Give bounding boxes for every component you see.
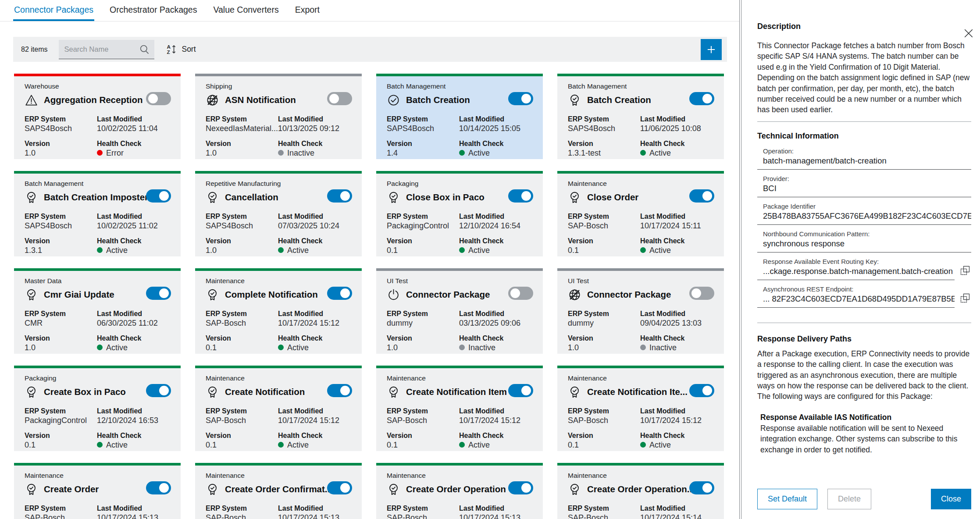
copy-icon[interactable]	[960, 265, 970, 276]
toggle-knob	[340, 288, 350, 298]
tech-field-main: Provider:BCI	[757, 175, 971, 197]
scrollbar[interactable]	[739, 0, 741, 519]
enable-toggle[interactable]	[689, 384, 714, 397]
sort-button[interactable]: A Z Sort	[166, 43, 196, 55]
enable-toggle[interactable]	[508, 92, 533, 105]
toggle-knob	[702, 191, 712, 201]
package-card-create-notification-ite[interactable]: MaintenanceCreate Notification Ite...ERP…	[557, 366, 724, 451]
package-card-cancellation[interactable]: Repetitive ManufacturingCancellationERP …	[195, 171, 362, 256]
enable-toggle[interactable]	[327, 481, 352, 494]
version-label: Version	[25, 334, 97, 342]
package-card-create-notification-item[interactable]: MaintenanceCreate Notification ItemERP S…	[376, 366, 543, 451]
health-status-dot	[278, 345, 284, 350]
enable-toggle[interactable]	[689, 481, 714, 494]
certificate-icon	[25, 191, 38, 204]
version-value: 1.0	[25, 149, 97, 158]
last-modified-label: Last Modified	[640, 115, 713, 123]
set-default-button[interactable]: Set Default	[757, 489, 817, 509]
package-card-aggregation-reception[interactable]: WarehouseAggregation ReceptionERP System…	[14, 74, 181, 159]
last-modified-value: 10/17/2024 15:12	[278, 319, 351, 328]
enable-toggle[interactable]	[689, 189, 714, 203]
package-card-batch-creation[interactable]: Batch ManagementBatch CreationERP System…	[376, 74, 543, 159]
panel-title: Description	[757, 22, 971, 31]
package-card-create-box-in-paco[interactable]: PackagingCreate Box in PacoERP SystemPac…	[14, 366, 181, 451]
tab-export[interactable]: Export	[294, 0, 321, 21]
enable-toggle[interactable]	[146, 189, 171, 203]
tab-value-converters[interactable]: Value Converters	[212, 0, 279, 21]
package-card-create-order-operation[interactable]: MaintenanceCreate Order Operation...ERP …	[557, 463, 724, 519]
toggle-knob	[521, 386, 531, 395]
enable-toggle[interactable]	[327, 189, 352, 203]
tech-field-provider: Provider:BCI	[757, 175, 971, 197]
last-modified-value: 10/17/2024 15:11	[640, 221, 713, 231]
search-input[interactable]	[59, 45, 138, 53]
card-info: ERP SystemdummyVersion1.0Last Modified03…	[387, 309, 532, 352]
last-modified-value: 12/10/2024 16:53	[97, 416, 170, 425]
card-title: Create Notification Ite...	[587, 387, 688, 397]
health-check-label: Health Check	[640, 139, 713, 148]
card-title: Close Order	[587, 192, 638, 203]
enable-toggle[interactable]	[146, 481, 171, 494]
card-title: Cmr Giai Update	[44, 289, 114, 300]
enable-toggle[interactable]	[327, 92, 352, 105]
tab-connector-packages[interactable]: Connector Packages	[13, 0, 94, 21]
delete-button[interactable]: Delete	[827, 489, 871, 509]
package-card-complete-notification[interactable]: MaintenanceComplete NotificationERP Syst…	[195, 268, 362, 354]
enable-toggle[interactable]	[508, 287, 533, 300]
toolbar: 82 items A Z Sort	[13, 37, 727, 62]
package-card-close-box-in-paco[interactable]: PackagingClose Box in PacoERP SystemPack…	[376, 171, 543, 256]
enable-toggle[interactable]	[508, 189, 533, 203]
package-card-create-order[interactable]: MaintenanceCreate OrderERP SystemSAP-Bos…	[14, 463, 181, 519]
package-card-close-order[interactable]: MaintenanceClose OrderERP SystemSAP-Bosc…	[557, 171, 724, 256]
card-category: Warehouse	[25, 82, 170, 90]
package-card-create-order-confirmat[interactable]: MaintenanceCreate Order Confirmat...ERP …	[195, 463, 362, 519]
enable-toggle[interactable]	[146, 384, 171, 397]
toggle-knob	[159, 483, 169, 493]
version-label: Version	[206, 431, 278, 440]
card-info: ERP SystemSAP-BoschVersion0.1Last Modifi…	[568, 212, 713, 255]
enable-toggle[interactable]	[689, 92, 714, 105]
health-check-label: Health Check	[278, 139, 351, 148]
erp-system-value: SAP-Bosch	[206, 319, 278, 328]
card-info-right: Last Modified10/17/2024 15:12Health Chec…	[459, 407, 532, 450]
version-value: 1.4	[387, 149, 459, 158]
card-category: Maintenance	[387, 374, 532, 382]
health-check-value: Inactive	[278, 149, 351, 158]
package-card-asn-notification[interactable]: ShippingASN NotificationERP SystemNexeed…	[195, 74, 362, 159]
close-button[interactable]: Close	[931, 489, 971, 509]
erp-system-value: SAPS4Bosch	[387, 124, 459, 133]
enable-toggle[interactable]	[508, 384, 533, 397]
package-card-cmr-giai-update[interactable]: Master DataCmr Giai UpdateERP SystemCMRV…	[14, 268, 181, 354]
package-card-create-notification[interactable]: MaintenanceCreate NotificationERP System…	[195, 366, 362, 451]
tab-orchestrator-packages[interactable]: Orchestrator Packages	[109, 0, 198, 21]
enable-toggle[interactable]	[146, 287, 171, 300]
version-value: 0.1	[206, 441, 278, 450]
enable-toggle[interactable]	[508, 481, 533, 494]
add-package-button[interactable]	[701, 39, 722, 60]
enable-toggle[interactable]	[327, 287, 352, 300]
erp-system-value: SAP-Bosch	[206, 513, 278, 519]
erp-system-label: ERP System	[206, 212, 278, 220]
version-value: 1.3.1	[25, 246, 97, 255]
card-info-right: Last Modified10/17/2024 15:13Health Chec…	[278, 504, 351, 519]
erp-system-value: CMR	[25, 319, 97, 328]
health-check-value: Active	[640, 246, 713, 255]
close-icon[interactable]	[962, 27, 975, 39]
package-card-connector-package[interactable]: UI TestConnector PackageERP SystemdummyV…	[557, 268, 724, 354]
package-card-batch-creation[interactable]: Batch ManagementBatch CreationERP System…	[557, 74, 724, 159]
search-box	[59, 40, 154, 59]
erp-system-value: dummy	[568, 319, 640, 328]
enable-toggle[interactable]	[146, 92, 171, 105]
card-info-left: ERP SystemdummyVersion1.0	[387, 309, 459, 352]
card-info-left: ERP SystemSAPS4BoschVersion1.3.1-test	[568, 115, 640, 158]
package-card-connector-package[interactable]: UI TestConnector PackageERP SystemdummyV…	[376, 268, 543, 354]
erp-system-label: ERP System	[568, 407, 640, 415]
package-card-batch-creation-imposter[interactable]: Batch ManagementBatch Creation ImposterE…	[14, 171, 181, 256]
package-card-create-order-operation[interactable]: MaintenanceCreate Order OperationERP Sys…	[376, 463, 543, 519]
copy-icon[interactable]	[960, 293, 970, 303]
enable-toggle[interactable]	[689, 287, 714, 300]
certificate-icon	[568, 483, 581, 496]
enable-toggle[interactable]	[327, 384, 352, 397]
card-info: ERP SystemPackagingControlVersion0.1Last…	[25, 407, 170, 450]
health-status-dot	[97, 442, 103, 448]
